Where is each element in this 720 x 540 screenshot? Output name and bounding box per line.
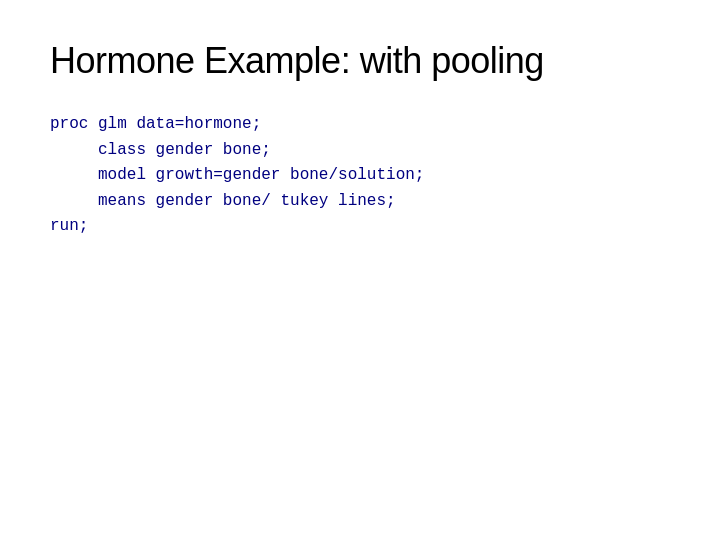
code-line2-rest: gender bone; xyxy=(146,138,271,164)
slide-title: Hormone Example: with pooling xyxy=(50,40,670,82)
code-indent-3: model xyxy=(50,163,146,189)
code-keyword-proc: proc glm xyxy=(50,112,127,138)
code-line-1: proc glm data=hormone; xyxy=(50,112,670,138)
code-line-2: class gender bone; xyxy=(50,138,670,164)
code-indent-4: means xyxy=(50,189,146,215)
code-line3-rest: growth=gender bone/solution; xyxy=(146,163,424,189)
slide-container: Hormone Example: with pooling proc glm d… xyxy=(0,0,720,540)
code-line-5: run; xyxy=(50,214,670,240)
code-run: run; xyxy=(50,214,88,240)
code-indent-2: class xyxy=(50,138,146,164)
code-line-4: means gender bone/ tukey lines; xyxy=(50,189,670,215)
code-line-3: model growth=gender bone/solution; xyxy=(50,163,670,189)
code-block: proc glm data=hormone; class gender bone… xyxy=(50,112,670,240)
code-line4-rest: gender bone/ tukey lines; xyxy=(146,189,396,215)
code-line1-rest: data=hormone; xyxy=(127,112,261,138)
